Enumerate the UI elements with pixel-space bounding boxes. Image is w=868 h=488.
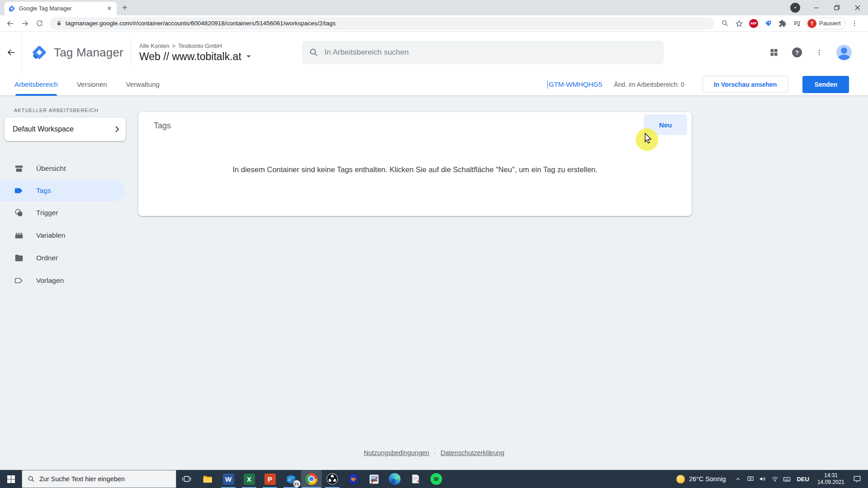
search-input[interactable] (325, 48, 656, 57)
touch-keyboard-icon[interactable] (781, 475, 793, 483)
product-name: Tag Manager (54, 46, 123, 60)
clock[interactable]: 14:31 14.09.2021 (817, 472, 844, 486)
search-icon (309, 48, 318, 57)
sidebar-item-ordner[interactable]: Ordner (0, 247, 125, 269)
breadcrumb-separator: > (172, 42, 175, 49)
help-icon[interactable]: ? (792, 47, 802, 57)
preview-button[interactable]: In Vorschau ansehen (703, 76, 788, 93)
chevron-down-icon (246, 55, 251, 58)
minimize-button[interactable] (806, 0, 826, 15)
sidebar-item-uebersicht[interactable]: Übersicht (0, 157, 125, 180)
workspace-content: AKTUELLER ARBEITSBEREICH Default Workspa… (0, 96, 868, 470)
bookmark-star-icon[interactable] (733, 18, 745, 29)
tags-card: Tags Neu In diesem Container sind keine … (138, 112, 692, 216)
tab-versionen[interactable]: Versionen (77, 73, 107, 96)
restore-button[interactable] (826, 0, 847, 15)
spotify-button[interactable] (426, 470, 447, 488)
playlist-extension-icon[interactable] (791, 18, 803, 29)
sidebar-item-trigger[interactable]: Trigger (0, 202, 125, 224)
start-button[interactable] (0, 470, 22, 488)
tray-chevron-up-icon[interactable] (732, 476, 744, 482)
screen: Google Tag Manager ✕ + tagmanager.google… (0, 0, 868, 488)
system-tray: 26°C Sonnig DEU 14:31 14.09.2021 (676, 470, 868, 488)
workspace-changes-label: Änd. im Arbeitsbereich: 0 (614, 81, 684, 88)
weather-label[interactable]: 26°C Sonnig (689, 475, 726, 483)
browser-profile-chip[interactable]: T Pausiert (806, 18, 846, 29)
sidebar-item-tags[interactable]: Tags (0, 180, 125, 202)
empty-state-message: In diesem Container sind keine Tags enth… (138, 165, 692, 174)
powerpoint-icon: P (264, 474, 276, 485)
terms-link[interactable]: Nutzungsbedingungen (363, 449, 429, 456)
apps-grid-icon[interactable] (769, 48, 778, 57)
submit-button[interactable]: Senden (802, 76, 849, 93)
photo-viewer-button[interactable] (363, 470, 384, 488)
taskbar-search[interactable]: Zur Suche Text hier eingeben (22, 470, 176, 488)
privacy-link[interactable]: Datenschutzerklärung (440, 449, 504, 456)
sidebar: AKTUELLER ARBEITSBEREICH Default Workspa… (0, 96, 127, 470)
container-id-link[interactable]: GTM-WMHQHG5 (547, 80, 602, 89)
volume-icon[interactable] (756, 475, 769, 483)
workspace-name: Default Workspace (13, 125, 74, 133)
browser-tab[interactable]: Google Tag Manager ✕ (5, 2, 117, 15)
sidebar-menu: Übersicht Tags Trigger Variablen Ordner (0, 157, 127, 292)
footer: Nutzungsbedingungen·Datenschutzerklärung (0, 449, 868, 456)
breadcrumb-root[interactable]: Alle Konten (139, 42, 170, 49)
card-title: Tags (154, 121, 171, 131)
zoom-page-icon[interactable] (719, 18, 731, 29)
task-view-button[interactable] (176, 470, 197, 488)
action-center-icon[interactable] (853, 474, 862, 483)
record-indicator-icon[interactable] (785, 0, 806, 15)
sidebar-item-vorlagen[interactable]: Vorlagen (0, 269, 125, 292)
breadcrumb: Alle Konten > Testkonto GmbH Web // www.… (139, 42, 251, 63)
keyboard-language-label[interactable]: DEU (797, 476, 809, 483)
obs-button[interactable] (322, 470, 343, 488)
clock-time: 14:31 (824, 472, 838, 479)
excel-icon: X (244, 474, 255, 485)
chevron-right-icon (115, 126, 119, 133)
account-avatar[interactable] (836, 45, 852, 60)
breadcrumb-account[interactable]: Testkonto GmbH (178, 42, 222, 49)
powerpoint-button[interactable]: P (259, 470, 280, 488)
wifi-icon[interactable] (769, 475, 781, 483)
sidebar-section-label: AKTUELLER ARBEITSBEREICH (14, 108, 127, 113)
chrome-button[interactable] (301, 470, 322, 488)
sidebar-item-variablen[interactable]: Variablen (0, 224, 125, 247)
audacity-button[interactable] (343, 470, 363, 488)
browser-toolbar: tagmanager.google.com/#/container/accoun… (0, 15, 868, 32)
browser-menu-kebab-icon[interactable] (849, 18, 860, 29)
reload-icon[interactable] (33, 18, 45, 29)
excel-button[interactable]: X (239, 470, 259, 488)
tab-title: Google Tag Manager (19, 5, 102, 12)
close-window-button[interactable] (847, 0, 868, 15)
back-icon[interactable] (5, 18, 16, 29)
weather-sun-icon[interactable] (676, 475, 685, 483)
outlook-button[interactable]: O 21 (280, 470, 301, 488)
word-button[interactable]: W (218, 470, 239, 488)
header-kebab-icon[interactable] (816, 49, 823, 56)
header-divider-2 (131, 39, 131, 66)
tab-arbeitsbereich[interactable]: Arbeitsbereich (14, 73, 58, 96)
tab-verwaltung[interactable]: Verwaltung (126, 73, 160, 96)
text-editor-button[interactable]: A (405, 470, 426, 488)
chrome-icon (306, 473, 317, 485)
workspace-card[interactable]: Default Workspace (5, 117, 126, 141)
extensions-puzzle-icon[interactable] (777, 18, 788, 29)
word-icon: W (223, 474, 234, 485)
container-selector[interactable]: Web // www.tobitalk.at (139, 51, 251, 63)
new-tab-button[interactable]: + (122, 3, 127, 13)
workspace-search[interactable] (302, 41, 664, 64)
outlook-icon: O 21 (285, 474, 297, 485)
file-explorer-button[interactable] (197, 470, 218, 488)
tag-assistant-extension-icon[interactable] (762, 18, 774, 29)
tab-close-icon[interactable]: ✕ (106, 5, 113, 12)
gtm-back-arrow-icon[interactable] (5, 47, 18, 57)
address-bar[interactable]: tagmanager.google.com/#/container/accoun… (50, 17, 714, 30)
forward-icon[interactable] (19, 18, 31, 29)
edge-button[interactable] (384, 470, 405, 488)
gtm-favicon-icon (8, 5, 15, 12)
taskbar: Zur Suche Text hier eingeben W X P O 21 (0, 470, 868, 488)
wireless-display-icon[interactable] (744, 475, 756, 483)
header-divider (22, 32, 22, 73)
adblock-extension-icon[interactable]: ABP (748, 18, 760, 29)
folder-icon (14, 253, 24, 263)
